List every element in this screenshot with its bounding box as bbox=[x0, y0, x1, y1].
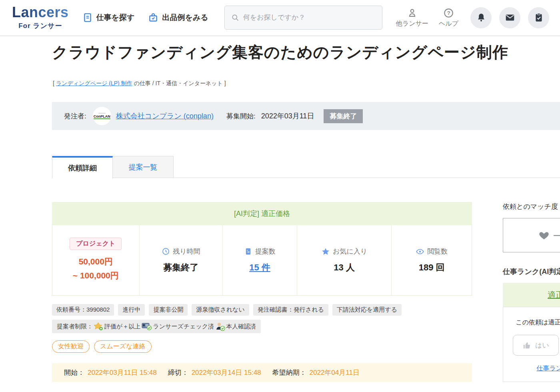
svg-text:?: ? bbox=[447, 10, 450, 16]
deadline-label: 締切： bbox=[168, 368, 188, 377]
avatar-logo-text: ConPLAN bbox=[94, 114, 110, 120]
status-badge: 募集終了 bbox=[324, 109, 363, 123]
schedule-bar: 開始： 2022年03月11日 15:48 締切： 2022年03月14日 15… bbox=[52, 363, 472, 382]
help-menu[interactable]: ? ヘルプ bbox=[439, 8, 458, 28]
favorites-cell: お気に入り 13 人 bbox=[297, 225, 392, 295]
tab-job-detail[interactable]: 依頼詳細 bbox=[52, 156, 113, 178]
remaining-time-cell: 残り時間 募集終了 bbox=[140, 225, 223, 295]
recruit-start-date: 2022年03月11日 bbox=[261, 111, 314, 121]
smooth-contact-tag: スムーズな連絡 bbox=[94, 340, 152, 353]
breadcrumb-category-link[interactable]: ランディングページ (LP) 制作 bbox=[56, 80, 132, 86]
client-name-link[interactable]: 株式会社コンプラン (conplan) bbox=[116, 111, 214, 121]
project-type-badge: プロジェクト bbox=[70, 238, 122, 250]
restriction-rating: 評価が＋以上 bbox=[94, 322, 140, 331]
job-number-tag: 依頼番号：3990802 bbox=[52, 304, 114, 316]
job-rank-title: 仕事ランク(AI判定) bbox=[503, 267, 560, 276]
lancers-job-page: Lancers For ランサー 仕事を探す 出品例をみる bbox=[0, 0, 560, 392]
match-value: — bbox=[554, 230, 560, 240]
document-icon bbox=[82, 12, 93, 23]
desired-delivery-label: 希望納期： bbox=[272, 368, 306, 377]
person-check-icon bbox=[215, 322, 225, 331]
restriction-identity-verified: 本人確認済 bbox=[215, 322, 256, 331]
global-search[interactable] bbox=[224, 6, 382, 30]
messages-button[interactable] bbox=[499, 7, 520, 28]
desired-delivery-value: 2022年04月11日 bbox=[310, 368, 360, 377]
heart-icon bbox=[538, 230, 550, 241]
nav-find-work[interactable]: 仕事を探す bbox=[82, 12, 135, 23]
person-icon bbox=[407, 8, 418, 18]
bell-icon bbox=[476, 12, 486, 23]
match-score-box: — bbox=[503, 218, 560, 252]
avatar-decoration bbox=[98, 113, 106, 114]
logo-sub-text: For ランサー bbox=[18, 21, 62, 30]
nav-find-work-label: 仕事を探す bbox=[96, 12, 135, 23]
help-icon: ? bbox=[443, 8, 454, 18]
views-cell: 閲覧数 189 回 bbox=[392, 225, 472, 295]
price-stats-card: [AI判定] 適正価格 プロジェクト 50,000円 ~ 100,000円 残り… bbox=[52, 202, 472, 296]
in-progress-tag: 進行中 bbox=[118, 304, 145, 316]
job-rank-box: 適正価格 bbox=[503, 283, 560, 307]
yes-button[interactable]: はい bbox=[513, 335, 559, 356]
favorites-label: お気に入り bbox=[333, 247, 367, 256]
tabs: 依頼詳細 提案一覧 bbox=[52, 156, 174, 178]
star-plus-icon bbox=[94, 322, 104, 331]
proposal-count-label: 提案数 bbox=[255, 247, 276, 256]
price-min: 50,000円 bbox=[73, 255, 119, 269]
bag-icon bbox=[148, 12, 158, 23]
match-title: 依頼とのマッチ度 bbox=[503, 202, 560, 211]
feature-tags: 女性歓迎 スムーズな連絡 bbox=[52, 340, 152, 353]
tab-proposal-list[interactable]: 提案一覧 bbox=[113, 156, 174, 178]
id-card-check-icon bbox=[142, 322, 152, 331]
price-max: ~ 100,000円 bbox=[73, 269, 119, 283]
remaining-time-value: 募集終了 bbox=[163, 262, 198, 274]
proposal-count-cell: 提案数 15 件 bbox=[223, 225, 297, 295]
breadcrumb-prefix: [ bbox=[53, 80, 56, 86]
help-label: ヘルプ bbox=[439, 20, 458, 28]
rank-info-link[interactable]: 仕事ランク(AI判定)とは bbox=[536, 365, 560, 372]
thumbs-up-icon bbox=[522, 341, 532, 350]
price-range: 50,000円 ~ 100,000円 bbox=[73, 255, 119, 282]
meta-tags: 依頼番号：3990802 進行中 提案非公開 源泉徴収されない 発注確認書：発行… bbox=[52, 304, 402, 316]
stats-row: プロジェクト 50,000円 ~ 100,000円 残り時間 募集終了 bbox=[52, 225, 472, 296]
recruit-start-label: 募集開始: bbox=[226, 112, 256, 121]
withholding-tag: 源泉徴収されない bbox=[192, 304, 249, 316]
proposal-private-tag: 提案非公開 bbox=[149, 304, 188, 316]
search-input[interactable] bbox=[243, 14, 376, 22]
subcontract-law-tag: 下請法対応を適用する bbox=[332, 304, 402, 316]
rank-feedback-buttons: はい bbox=[503, 335, 560, 356]
job-rank-value-link[interactable]: 適正価格 bbox=[548, 290, 560, 300]
views-value: 189 回 bbox=[419, 262, 445, 274]
restriction-lancers-check: ランサーズチェック済 bbox=[142, 322, 214, 331]
notifications-button[interactable] bbox=[470, 7, 492, 28]
nav-view-examples[interactable]: 出品例をみる bbox=[148, 12, 208, 23]
women-welcome-tag: 女性歓迎 bbox=[52, 340, 90, 353]
rank-feedback-box: この依頼は適正価格だと思いますか？ はい 仕事ランク(AI判定)とは bbox=[503, 307, 560, 382]
utility-links: 他ランサー ? ヘルプ bbox=[396, 8, 458, 28]
start-value: 2022年03月11日 15:48 bbox=[88, 368, 157, 377]
remaining-time-label: 残り時間 bbox=[173, 247, 200, 256]
proposal-count-link[interactable]: 15 件 bbox=[249, 262, 270, 274]
rank-info-link-wrap: 仕事ランク(AI判定)とは bbox=[503, 364, 560, 373]
other-lancer-menu[interactable]: 他ランサー bbox=[396, 8, 428, 28]
nav-view-examples-label: 出品例をみる bbox=[162, 12, 208, 23]
tasks-button[interactable] bbox=[528, 7, 549, 28]
header-divider bbox=[0, 35, 560, 36]
proposal-doc-icon bbox=[244, 247, 252, 256]
views-label: 閲覧数 bbox=[427, 247, 448, 256]
lancers-logo[interactable]: Lancers For ランサー bbox=[12, 5, 69, 30]
logo-brand-text: Lancers bbox=[12, 5, 69, 20]
right-sidebar: 依頼とのマッチ度 — 仕事ランク(AI判定) 適正価格 この依頼は適正価格だと思… bbox=[503, 202, 560, 382]
start-label: 開始： bbox=[64, 368, 84, 377]
breadcrumb: [ ランディングページ (LP) 制作 の仕事 / IT・通信・インターネット … bbox=[53, 80, 226, 87]
clock-icon bbox=[162, 247, 170, 256]
search-icon bbox=[231, 14, 239, 22]
star-icon bbox=[321, 247, 330, 256]
top-navigation-bar: Lancers For ランサー 仕事を探す 出品例をみる bbox=[0, 0, 560, 35]
clipboard-check-icon bbox=[534, 12, 544, 23]
page-title: クラウドファンディング集客のためのランディングページ制作 bbox=[52, 42, 556, 63]
price-cell: プロジェクト 50,000円 ~ 100,000円 bbox=[52, 225, 140, 295]
client-avatar[interactable]: ConPLAN bbox=[93, 107, 111, 125]
header-action-buttons bbox=[470, 7, 549, 28]
envelope-icon bbox=[505, 12, 515, 23]
other-lancer-label: 他ランサー bbox=[396, 20, 428, 28]
